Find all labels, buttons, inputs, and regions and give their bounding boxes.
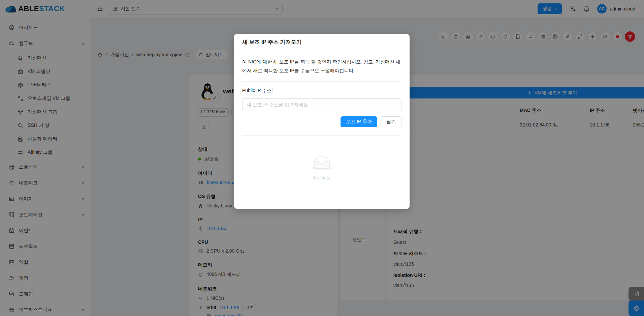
public-ip-input[interactable] <box>242 98 401 111</box>
acquire-ip-modal: 새 보조 IP 주소 가져오기 이 NIC에 대한 새 보조 IP를 획득 할 … <box>234 34 410 209</box>
close-button[interactable]: 닫기 <box>381 116 401 127</box>
public-ip-field-label: Public IP 주소: <box>242 88 401 94</box>
modal-title: 새 보조 IP 주소 가져오기 <box>234 34 410 51</box>
empty-state: No Data <box>242 156 401 180</box>
empty-inbox-icon <box>311 156 333 170</box>
add-secondary-ip-button[interactable]: 보조 IP 추가 <box>341 116 377 127</box>
empty-text: No Data <box>313 175 330 180</box>
modal-description: 이 NIC에 대한 새 보조 IP를 획득 할 것인지 확인하십시오. 참고: … <box>242 58 401 75</box>
